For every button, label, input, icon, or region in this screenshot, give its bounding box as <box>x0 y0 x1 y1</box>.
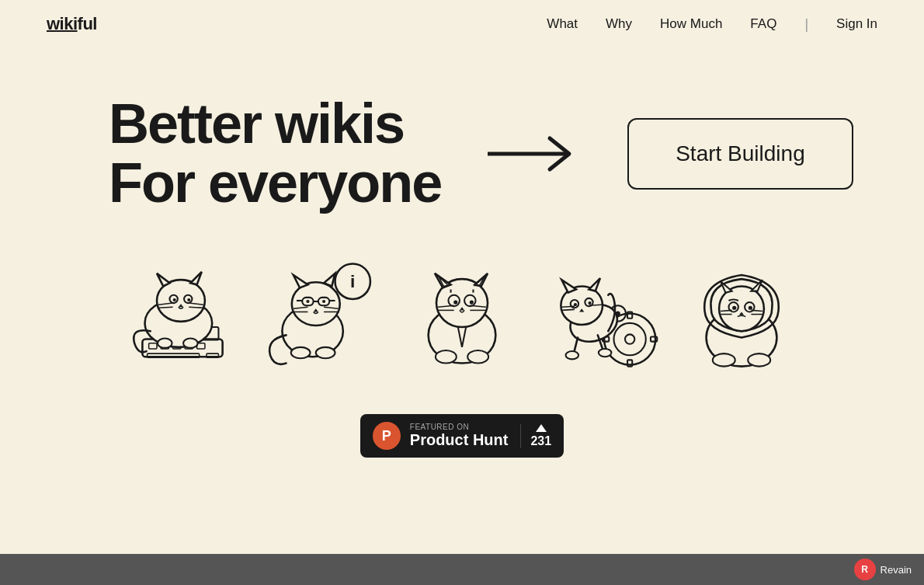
ph-count-number: 231 <box>530 434 551 448</box>
svg-marker-29 <box>294 275 308 288</box>
svg-point-37 <box>322 300 325 303</box>
svg-point-23 <box>158 339 172 348</box>
svg-point-58 <box>470 301 474 305</box>
product-hunt-logo: P <box>373 422 401 450</box>
ph-upvote-icon <box>536 424 547 432</box>
cat-keyboard-illustration <box>116 251 248 375</box>
hero-arrow <box>472 131 596 177</box>
svg-point-44 <box>316 347 335 358</box>
nav-links: What Why How Much FAQ | Sign In <box>547 16 877 33</box>
cat-tie-illustration <box>396 251 528 375</box>
svg-line-86 <box>589 305 602 305</box>
revain-label: Revain <box>881 564 912 576</box>
svg-marker-78 <box>589 278 599 291</box>
svg-point-64 <box>436 350 457 364</box>
svg-line-22 <box>189 307 203 308</box>
svg-point-90 <box>599 349 612 357</box>
svg-line-84 <box>561 306 575 307</box>
svg-point-36 <box>306 300 309 303</box>
hero-title-line1: Better wikis <box>109 95 441 154</box>
svg-point-97 <box>732 306 736 310</box>
svg-rect-2 <box>149 343 157 349</box>
cat-hood <box>676 251 808 375</box>
logo[interactable]: wikiful <box>47 14 97 34</box>
revain-badge[interactable]: R Revain <box>854 559 912 580</box>
svg-point-65 <box>467 350 488 364</box>
cat-wheel <box>536 251 668 375</box>
arrow-icon <box>488 131 581 177</box>
navigation: wikiful What Why How Much FAQ | Sign In <box>0 0 924 48</box>
product-hunt-area: P FEATURED ON Product Hunt 231 <box>0 391 924 473</box>
nav-link-what[interactable]: What <box>547 16 578 32</box>
nav-link-why[interactable]: Why <box>606 16 632 32</box>
svg-marker-12 <box>157 273 170 287</box>
hero-title: Better wikis For everyone <box>109 95 441 212</box>
ph-name: Product Hunt <box>410 431 509 449</box>
nav-link-how-much[interactable]: How Much <box>660 16 722 32</box>
svg-point-82 <box>588 301 591 305</box>
revain-icon: R <box>854 559 876 580</box>
svg-marker-77 <box>561 280 576 293</box>
hero-section: Better wikis For everyone Start Building <box>0 48 924 228</box>
hero-text: Better wikis For everyone <box>109 95 441 212</box>
svg-point-105 <box>748 353 770 367</box>
svg-point-28 <box>292 282 340 326</box>
svg-rect-8 <box>148 353 200 357</box>
svg-marker-30 <box>324 273 335 287</box>
svg-point-43 <box>291 347 311 358</box>
svg-point-88 <box>566 351 579 359</box>
svg-line-85 <box>561 310 575 311</box>
svg-line-100 <box>721 311 731 312</box>
product-hunt-badge[interactable]: P FEATURED ON Product Hunt 231 <box>360 414 564 458</box>
ph-vote-count: 231 <box>520 424 551 448</box>
cta-area: Start Building <box>627 118 853 190</box>
cats-row: i <box>0 228 924 391</box>
svg-rect-7 <box>207 353 218 357</box>
bottom-bar: R Revain <box>0 554 924 585</box>
svg-text:i: i <box>350 272 355 292</box>
cat-hood-illustration <box>676 251 808 375</box>
svg-point-24 <box>183 339 198 348</box>
start-building-button[interactable]: Start Building <box>627 118 853 190</box>
nav-link-faq[interactable]: FAQ <box>750 16 776 32</box>
svg-line-102 <box>751 311 762 312</box>
svg-point-104 <box>713 353 735 367</box>
cat-info-illustration: i <box>256 251 388 375</box>
hero-title-line2: For everyone <box>109 154 441 213</box>
cat-tie <box>396 251 528 375</box>
svg-point-57 <box>453 301 457 305</box>
cat-keyboard <box>116 251 248 375</box>
nav-separator: | <box>804 16 808 33</box>
svg-point-17 <box>187 298 190 301</box>
svg-point-98 <box>749 306 752 310</box>
svg-point-16 <box>173 298 176 301</box>
cat-info: i <box>256 251 388 375</box>
svg-marker-13 <box>190 272 201 285</box>
svg-line-20 <box>158 307 173 308</box>
ph-featured-label: FEATURED ON <box>410 423 509 431</box>
cat-wheel-illustration <box>536 251 668 375</box>
product-hunt-text: FEATURED ON Product Hunt <box>410 423 509 449</box>
nav-signin[interactable]: Sign In <box>836 16 877 32</box>
